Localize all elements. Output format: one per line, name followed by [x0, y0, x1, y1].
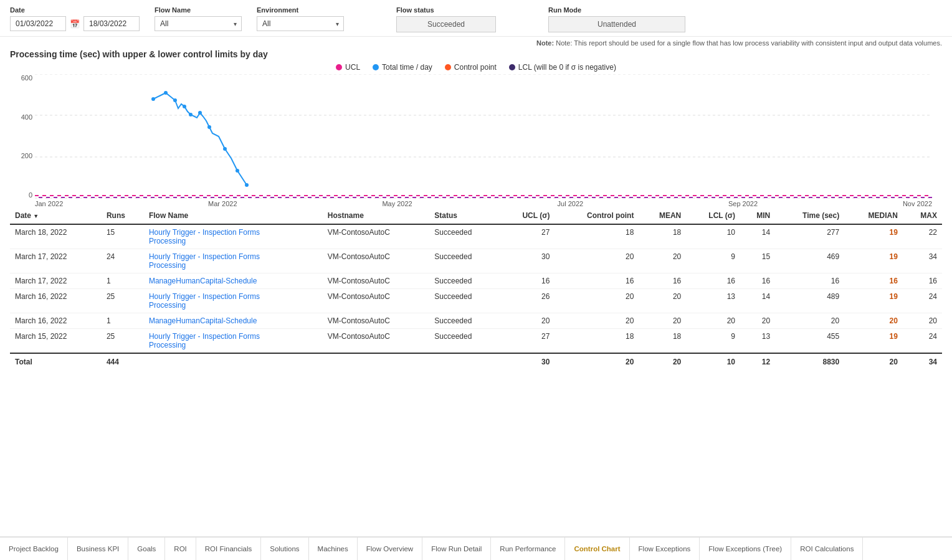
cell-time-sec: 469 — [775, 249, 844, 273]
cell-time-sec: 489 — [775, 289, 844, 313]
cell-status: Succeeded — [429, 249, 499, 273]
cell-control-point: 18 — [555, 329, 639, 354]
col-header-min[interactable]: MIN — [740, 207, 775, 224]
col-header-mean[interactable]: MEAN — [639, 207, 686, 224]
tab-project-backlog[interactable]: Project Backlog — [0, 538, 68, 560]
cell-date: March 15, 2022 — [10, 329, 102, 354]
tab-flow-run-detail[interactable]: Flow Run Detail — [422, 538, 491, 560]
cell-ucl: 30 — [500, 249, 555, 273]
tab-flow-overview[interactable]: Flow Overview — [358, 538, 422, 560]
cell-flow-name[interactable]: Hourly Trigger - Inspection FormsProcess… — [144, 289, 323, 313]
cell-runs: 15 — [102, 224, 144, 249]
environment-label: Environment — [257, 6, 344, 14]
tab-solutions[interactable]: Solutions — [261, 538, 308, 560]
calendar-icon[interactable]: 📅 — [70, 19, 80, 29]
tab-control-chart[interactable]: Control Chart — [565, 538, 629, 560]
col-header-flow-name[interactable]: Flow Name — [144, 207, 323, 224]
tab-roi-financials[interactable]: ROI Financials — [196, 538, 261, 560]
cell-flow-name[interactable]: Hourly Trigger - Inspection FormsProcess… — [144, 249, 323, 273]
cell-max: 24 — [903, 329, 942, 354]
cell-flow-name[interactable]: Hourly Trigger - Inspection FormsProcess… — [144, 224, 323, 249]
cell-ucl: 27 — [500, 224, 555, 249]
cell-status: Succeeded — [429, 289, 499, 313]
tab-business-kpi[interactable]: Business KPI — [68, 538, 128, 560]
flow-status-button[interactable]: Succeeded — [396, 16, 496, 32]
cell-status: Succeeded — [429, 329, 499, 354]
table-row: March 16, 2022 1 ManageHumanCapital-Sche… — [10, 313, 942, 329]
cell-flow-name[interactable]: ManageHumanCapital-Schedule — [144, 313, 323, 329]
tab-flow-exceptions[interactable]: Flow Exceptions — [630, 538, 700, 560]
svg-point-9 — [183, 105, 186, 108]
footer-status — [429, 353, 499, 370]
date-filter-label: Date — [10, 6, 140, 14]
cell-flow-name[interactable]: Hourly Trigger - Inspection FormsProcess… — [144, 329, 323, 354]
col-header-max[interactable]: MAX — [903, 207, 942, 224]
tab-goals[interactable]: Goals — [128, 538, 165, 560]
table-row: March 17, 2022 1 ManageHumanCapital-Sche… — [10, 273, 942, 289]
tab-roi-calculations[interactable]: ROI Calculations — [791, 538, 863, 560]
date-filter-group: Date 📅 — [10, 6, 140, 31]
col-header-runs[interactable]: Runs — [102, 207, 144, 224]
cell-runs: 1 — [102, 273, 144, 289]
col-header-ucl[interactable]: UCL (σ) — [500, 207, 555, 224]
tab-roi[interactable]: ROI — [165, 538, 196, 560]
col-header-control-point[interactable]: Control point — [555, 207, 639, 224]
flow-name-dropdown-wrapper: All — [155, 16, 242, 31]
flow-name-select[interactable]: All — [155, 16, 242, 31]
col-header-time-sec[interactable]: Time (sec) — [775, 207, 844, 224]
cell-time-sec: 16 — [775, 273, 844, 289]
cell-ucl: 26 — [500, 289, 555, 313]
svg-point-12 — [207, 125, 211, 129]
cell-hostname: VM-ContosoAutoC — [323, 289, 430, 313]
flow-status-label: Flow status — [396, 6, 496, 14]
col-header-median[interactable]: MEDIAN — [844, 207, 903, 224]
table-body: March 18, 2022 15 Hourly Trigger - Inspe… — [10, 224, 942, 353]
cell-control-point: 20 — [555, 289, 639, 313]
legend-ucl-label: UCL — [345, 63, 360, 72]
cell-mean: 18 — [639, 329, 686, 354]
svg-point-6 — [151, 97, 155, 101]
run-mode-label: Run Mode — [548, 6, 685, 14]
table-section[interactable]: Date ▼ Runs Flow Name Hostname Status UC… — [0, 207, 952, 536]
run-mode-filter-group: Run Mode Unattended — [548, 6, 685, 32]
cell-min: 15 — [740, 249, 775, 273]
legend-ucl: UCL — [336, 63, 360, 72]
y-axis-labels: 600 400 200 0 — [10, 74, 32, 199]
footer-time-sec: 8830 — [775, 353, 844, 370]
chart-legend: UCL Total time / day Control point LCL (… — [10, 63, 942, 72]
cell-max: 16 — [903, 273, 942, 289]
run-mode-button[interactable]: Unattended — [548, 16, 685, 32]
environment-select[interactable]: All — [257, 16, 344, 31]
date-start-input[interactable] — [10, 16, 66, 31]
tab-bar: Project BacklogBusiness KPIGoalsROIROI F… — [0, 536, 952, 560]
cell-time-sec: 277 — [775, 224, 844, 249]
cell-flow-name[interactable]: ManageHumanCapital-Schedule — [144, 273, 323, 289]
legend-lcl-dot — [509, 64, 515, 70]
data-table: Date ▼ Runs Flow Name Hostname Status UC… — [10, 207, 942, 370]
tab-machines[interactable]: Machines — [309, 538, 358, 560]
cell-hostname: VM-ContosoAutoC — [323, 224, 430, 249]
chart-wrapper: 600 400 200 0 — [35, 74, 932, 207]
svg-point-10 — [189, 113, 193, 116]
cell-hostname: VM-ContosoAutoC — [323, 329, 430, 354]
cell-min: 13 — [740, 329, 775, 354]
col-header-status[interactable]: Status — [429, 207, 499, 224]
flow-name-label: Flow Name — [155, 6, 242, 14]
cell-date: March 16, 2022 — [10, 313, 102, 329]
footer-lcl: 10 — [686, 353, 740, 370]
footer-min: 12 — [740, 353, 775, 370]
svg-point-13 — [223, 147, 227, 151]
tab-run-performance[interactable]: Run Performance — [491, 538, 565, 560]
footer-mean: 20 — [639, 353, 686, 370]
cell-lcl: 9 — [686, 329, 740, 354]
x-label-jan: Jan 2022 — [35, 200, 63, 207]
tab-flow-exceptions-tree[interactable]: Flow Exceptions (Tree) — [700, 538, 791, 560]
date-end-input[interactable] — [83, 16, 140, 31]
col-header-lcl[interactable]: LCL (σ) — [686, 207, 740, 224]
cell-median: 19 — [844, 329, 903, 354]
col-header-hostname[interactable]: Hostname — [323, 207, 430, 224]
cell-time-sec: 455 — [775, 329, 844, 354]
cell-ucl: 27 — [500, 329, 555, 354]
x-label-may: May 2022 — [382, 200, 412, 207]
col-header-date[interactable]: Date ▼ — [10, 207, 102, 224]
